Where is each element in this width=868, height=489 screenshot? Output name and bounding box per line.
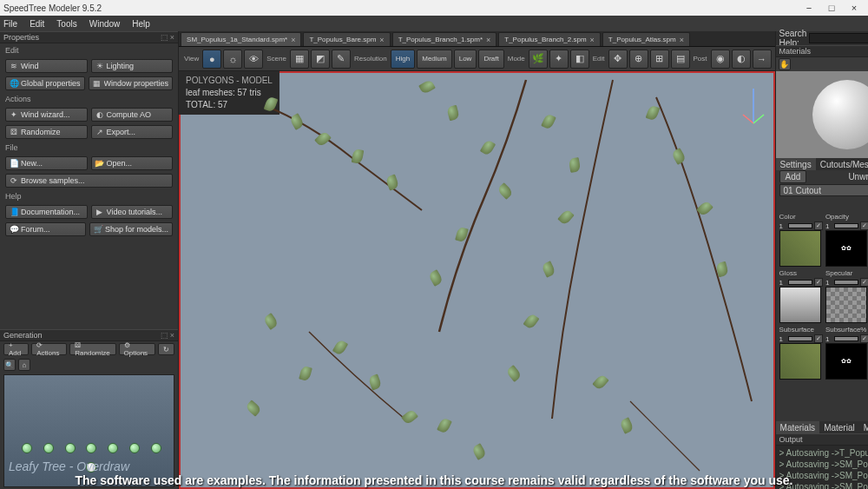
menu-tools[interactable]: Tools — [56, 19, 76, 29]
subsurface-thumb[interactable] — [779, 343, 821, 380]
open-button[interactable]: 📂Open... — [91, 156, 174, 170]
unwrap-label: Unwrap — [848, 172, 868, 182]
tab-2[interactable]: T_Populus_Branch_1.spm*× — [392, 32, 497, 46]
gen-refresh-button[interactable]: ↻ — [158, 343, 174, 355]
viewport[interactable]: POLYGONS - MODEL leaf meshes: 57 tris TO… — [179, 71, 774, 489]
help-section: Help — [0, 189, 178, 203]
btab-matsets[interactable]: Material Sets — [819, 421, 859, 433]
viewport-toolbar: View ● ☼ 👁 Scene ▦ ◩ ✎ Resolution High M… — [179, 47, 774, 71]
dice-icon: ⚄ — [10, 128, 18, 136]
wind-button[interactable]: ≋Wind — [5, 59, 88, 73]
gloss-thumb[interactable] — [779, 287, 821, 323]
mode-3[interactable]: ◧ — [570, 50, 589, 69]
cutout-dropdown[interactable]: 01 Cutout▾ — [779, 184, 868, 196]
minimize-icon[interactable]: − — [799, 2, 819, 14]
titlebar: SpeedTree Modeler 9.5.2 − □ × — [0, 0, 868, 16]
global-props-button[interactable]: 🌐Global properties — [5, 76, 85, 90]
mat-tab-cutouts[interactable]: Cutouts/Meshes — [816, 158, 868, 170]
view-sphere-button[interactable]: ● — [202, 50, 221, 69]
tab-close-icon[interactable]: × — [680, 36, 684, 44]
view-light-button[interactable]: ☼ — [223, 50, 242, 69]
specular-thumb[interactable] — [825, 287, 867, 323]
close-panel-icon[interactable]: × — [170, 331, 174, 340]
tab-3[interactable]: T_Populus_Branch_2.spm× — [498, 32, 601, 46]
compute-ao-button[interactable]: ◐Compute AO — [91, 108, 174, 122]
mat-add-button[interactable]: Add — [779, 170, 807, 183]
search-input[interactable] — [809, 33, 868, 43]
materials-header: Materials ⬚× — [776, 45, 868, 57]
new-button[interactable]: 📄New... — [5, 156, 88, 170]
video-icon: ▶ — [95, 208, 104, 216]
window-props-button[interactable]: ▦Window properties — [89, 76, 174, 90]
menu-edit[interactable]: Edit — [30, 19, 44, 29]
lighting-button[interactable]: ☀Lighting — [91, 59, 174, 73]
svg-line-1 — [743, 115, 753, 123]
wizard-icon: ✦ — [10, 110, 18, 119]
document-tabs: SM_Populus_1a_Standard.spm*× T_Populus_B… — [179, 31, 774, 47]
close-icon[interactable]: × — [844, 2, 865, 14]
edit-1[interactable]: ✥ — [608, 50, 628, 69]
btab-materials[interactable]: Materials — [776, 421, 820, 433]
forum-button[interactable]: 💬Forum... — [5, 222, 86, 236]
gen-zoom-button[interactable]: 🔍 — [3, 359, 16, 371]
tab-4[interactable]: T_Populus_Atlas.spm× — [602, 32, 690, 46]
randomize-button[interactable]: ⚄Randomize — [5, 125, 88, 139]
new-icon: 📄 — [10, 159, 18, 168]
opacity-thumb[interactable]: ✿✿ — [825, 230, 867, 267]
edit-4[interactable]: ▤ — [671, 50, 690, 69]
gen-add-button[interactable]: + Add — [3, 343, 29, 355]
scene-1-button[interactable]: ▦ — [290, 50, 309, 69]
videos-button[interactable]: ▶Video tutorials... — [91, 205, 174, 219]
edit-2[interactable]: ⊕ — [629, 50, 648, 69]
close-panel-icon[interactable]: × — [170, 33, 174, 42]
shop-button[interactable]: 🛒Shop for models... — [89, 222, 173, 236]
scene-2-button[interactable]: ◩ — [311, 50, 330, 69]
mode-2[interactable]: ✦ — [549, 50, 569, 69]
gen-options-button[interactable]: ⚙ Options — [119, 343, 156, 355]
gen-actions-button[interactable]: ⟳ Actions — [31, 343, 67, 355]
svg-line-2 — [753, 115, 764, 123]
wind-wizard-button[interactable]: ✦Wind wizard... — [5, 108, 88, 122]
menu-help[interactable]: Help — [132, 19, 150, 29]
btab-meshes[interactable]: Meshes — [859, 421, 868, 433]
view-gizmo[interactable] — [740, 80, 766, 132]
subsurface-pct-thumb[interactable]: ✿✿ — [825, 343, 867, 380]
mode-1[interactable]: 🌿 — [529, 50, 548, 69]
tab-close-icon[interactable]: × — [379, 36, 384, 44]
menu-window[interactable]: Window — [89, 19, 121, 29]
color-thumb[interactable] — [779, 230, 821, 267]
browse-samples-button[interactable]: ⟳Browse samples... — [5, 174, 173, 188]
res-draft[interactable]: Draft — [478, 50, 503, 69]
export-icon: ↗ — [95, 128, 104, 136]
res-low[interactable]: Low — [454, 50, 477, 69]
res-medium[interactable]: Medium — [417, 50, 451, 69]
globe-icon: 🌐 — [10, 79, 18, 88]
pin-icon[interactable]: ⬚ — [161, 33, 168, 42]
tab-close-icon[interactable]: × — [590, 36, 595, 44]
export-button[interactable]: ↗Export... — [91, 125, 174, 139]
tab-close-icon[interactable]: × — [486, 36, 490, 44]
gen-home-button[interactable]: ⌂ — [18, 359, 30, 371]
subtitle-text: The software used are examples. The info… — [0, 473, 868, 487]
docs-icon: 📘 — [10, 208, 18, 216]
menu-file[interactable]: File — [3, 19, 17, 29]
lighting-icon: ☀ — [95, 62, 104, 70]
edit-3[interactable]: ⊞ — [650, 50, 669, 69]
material-preview[interactable] — [776, 71, 868, 158]
docs-button[interactable]: 📘Documentation... — [5, 205, 88, 219]
maximize-icon[interactable]: □ — [821, 2, 842, 14]
post-1[interactable]: ◉ — [711, 50, 730, 69]
mat-hand-icon[interactable]: ✋ — [779, 58, 791, 70]
tab-1[interactable]: T_Populus_Bare.spm× — [303, 32, 390, 46]
res-high[interactable]: High — [391, 50, 415, 69]
pin-icon[interactable]: ⬚ — [161, 331, 168, 340]
tab-close-icon[interactable]: × — [291, 36, 295, 44]
open-icon: 📂 — [95, 159, 104, 168]
gen-randomize-button[interactable]: ⚄ Randomize — [69, 343, 115, 355]
view-eye-button[interactable]: 👁 — [244, 50, 263, 69]
post-3[interactable]: → — [753, 50, 772, 69]
tab-0[interactable]: SM_Populus_1a_Standard.spm*× — [181, 32, 301, 46]
scene-3-button[interactable]: ✎ — [332, 50, 351, 69]
post-2[interactable]: ◐ — [732, 50, 751, 69]
mat-tab-settings[interactable]: Settings — [776, 158, 816, 170]
